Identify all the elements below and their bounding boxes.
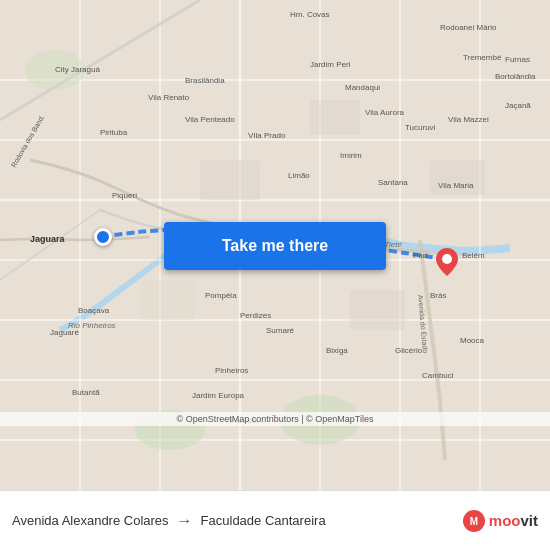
svg-text:Vila Maria: Vila Maria [438, 181, 474, 190]
map-container: City Jaraguá Jaguara Pirituba Piqueri Vi… [0, 0, 550, 490]
svg-text:Boaçava: Boaçava [78, 306, 110, 315]
svg-rect-22 [140, 280, 195, 320]
origin-marker [94, 228, 112, 246]
svg-text:Belém: Belém [462, 251, 485, 260]
svg-text:Rodoanei Mário: Rodoanei Mário [440, 23, 497, 32]
moovit-logo: M moovit [462, 509, 538, 533]
svg-rect-20 [310, 100, 360, 135]
svg-text:Vila Mazzei: Vila Mazzei [448, 115, 489, 124]
svg-text:Jardim Peri: Jardim Peri [310, 60, 351, 69]
svg-text:Glicério: Glicério [395, 346, 423, 355]
take-me-there-button[interactable]: Take me there [164, 222, 386, 270]
svg-text:M: M [470, 516, 478, 527]
svg-text:Mooca: Mooca [460, 336, 485, 345]
svg-text:Tucuruvi: Tucuruvi [405, 123, 436, 132]
svg-text:Pari: Pari [413, 251, 427, 260]
svg-text:Jaçanã: Jaçanã [505, 101, 531, 110]
svg-text:Brasilândia: Brasilândia [185, 76, 225, 85]
svg-text:Vila Renato: Vila Renato [148, 93, 190, 102]
svg-point-67 [442, 254, 452, 264]
svg-text:Vila Penteado: Vila Penteado [185, 115, 235, 124]
svg-text:Rio Pinheiros: Rio Pinheiros [68, 321, 116, 330]
svg-text:Butantã: Butantã [72, 388, 100, 397]
svg-text:Limão: Limão [288, 171, 310, 180]
svg-text:Vila Aurora: Vila Aurora [365, 108, 405, 117]
map-attribution: © OpenStreetMap contributors | © OpenMap… [0, 412, 550, 426]
svg-text:Santana: Santana [378, 178, 408, 187]
svg-text:Tremembé: Tremembé [463, 53, 502, 62]
svg-text:Perdizes: Perdizes [240, 311, 271, 320]
svg-text:Brás: Brás [430, 291, 446, 300]
bottom-bar: Avenida Alexandre Colares → Faculdade Ca… [0, 490, 550, 550]
svg-text:Furnas: Furnas [505, 55, 530, 64]
svg-text:Hm. Covas: Hm. Covas [290, 10, 330, 19]
route-arrow: → [177, 512, 193, 530]
svg-rect-19 [200, 160, 260, 200]
svg-text:Jaguara: Jaguara [30, 234, 66, 244]
svg-text:Piqueri: Piqueri [112, 191, 137, 200]
svg-text:VIla Prado: VIla Prado [248, 131, 286, 140]
destination-label: Faculdade Cantareira [201, 513, 326, 528]
svg-text:Imirim: Imirim [340, 151, 362, 160]
moovit-text: moovit [489, 512, 538, 529]
svg-text:Mandaqui: Mandaqui [345, 83, 380, 92]
svg-text:Pinheiros: Pinheiros [215, 366, 248, 375]
svg-text:Pompéia: Pompéia [205, 291, 237, 300]
svg-text:Bixiga: Bixiga [326, 346, 348, 355]
moovit-icon: M [462, 509, 486, 533]
origin-label: Avenida Alexandre Colares [12, 513, 169, 528]
svg-text:Sumaré: Sumaré [266, 326, 295, 335]
destination-marker [436, 248, 458, 276]
svg-text:Pirituba: Pirituba [100, 128, 128, 137]
svg-text:Bortolândia: Bortolândia [495, 72, 536, 81]
svg-rect-23 [350, 290, 405, 330]
svg-text:Cambuci: Cambuci [422, 371, 454, 380]
svg-text:Jardim Europa: Jardim Europa [192, 391, 245, 400]
svg-text:City Jaraguá: City Jaraguá [55, 65, 100, 74]
